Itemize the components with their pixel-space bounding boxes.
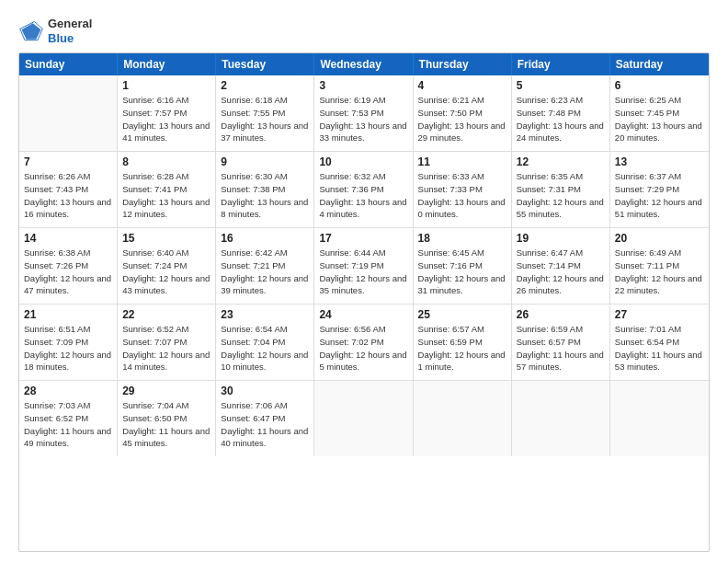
day-info: Sunrise: 6:56 AM Sunset: 7:02 PM Dayligh…	[319, 323, 407, 373]
day-number: 19	[517, 232, 605, 245]
day-number: 6	[615, 79, 704, 92]
logo-text: General Blue	[48, 17, 92, 45]
calendar-cell: 7Sunrise: 6:26 AM Sunset: 7:43 PM Daylig…	[19, 152, 118, 227]
day-info: Sunrise: 6:42 AM Sunset: 7:21 PM Dayligh…	[221, 247, 309, 297]
calendar-cell: 1Sunrise: 6:16 AM Sunset: 7:57 PM Daylig…	[118, 75, 216, 151]
day-info: Sunrise: 6:54 AM Sunset: 7:04 PM Dayligh…	[221, 323, 309, 373]
day-number: 9	[221, 155, 309, 168]
calendar-cell: 16Sunrise: 6:42 AM Sunset: 7:21 PM Dayli…	[216, 228, 314, 304]
day-number: 1	[122, 79, 210, 92]
weekday-header: Tuesday	[216, 53, 314, 75]
calendar-cell: 27Sunrise: 7:01 AM Sunset: 6:54 PM Dayli…	[610, 304, 709, 380]
calendar-cell	[19, 75, 118, 151]
calendar-cell: 14Sunrise: 6:38 AM Sunset: 7:26 PM Dayli…	[19, 228, 118, 304]
calendar-cell: 4Sunrise: 6:21 AM Sunset: 7:50 PM Daylig…	[414, 75, 512, 151]
day-number: 4	[418, 79, 506, 92]
day-info: Sunrise: 6:40 AM Sunset: 7:24 PM Dayligh…	[122, 247, 210, 297]
day-number: 17	[319, 232, 407, 245]
calendar-cell: 18Sunrise: 6:45 AM Sunset: 7:16 PM Dayli…	[414, 228, 512, 304]
day-number: 13	[615, 155, 704, 168]
day-number: 27	[615, 308, 704, 321]
day-info: Sunrise: 6:35 AM Sunset: 7:31 PM Dayligh…	[517, 170, 605, 221]
calendar-cell: 13Sunrise: 6:37 AM Sunset: 7:29 PM Dayli…	[610, 152, 709, 227]
day-number: 30	[221, 385, 309, 397]
day-number: 3	[319, 79, 407, 92]
weekday-header: Wednesday	[314, 53, 413, 75]
calendar-cell: 5Sunrise: 6:23 AM Sunset: 7:48 PM Daylig…	[512, 75, 610, 151]
calendar-cell: 15Sunrise: 6:40 AM Sunset: 7:24 PM Dayli…	[118, 228, 216, 304]
calendar-body: 1Sunrise: 6:16 AM Sunset: 7:57 PM Daylig…	[19, 75, 709, 456]
day-number: 8	[122, 155, 210, 168]
day-info: Sunrise: 6:18 AM Sunset: 7:55 PM Dayligh…	[221, 94, 309, 144]
day-info: Sunrise: 6:23 AM Sunset: 7:48 PM Dayligh…	[517, 94, 605, 144]
day-info: Sunrise: 6:21 AM Sunset: 7:50 PM Dayligh…	[418, 94, 506, 144]
day-info: Sunrise: 6:38 AM Sunset: 7:26 PM Dayligh…	[24, 247, 112, 297]
calendar-cell: 10Sunrise: 6:32 AM Sunset: 7:36 PM Dayli…	[314, 152, 413, 227]
calendar-cell	[512, 381, 610, 456]
calendar-cell: 28Sunrise: 7:03 AM Sunset: 6:52 PM Dayli…	[19, 381, 118, 456]
calendar-cell: 23Sunrise: 6:54 AM Sunset: 7:04 PM Dayli…	[216, 304, 314, 380]
day-number: 20	[615, 232, 704, 245]
day-info: Sunrise: 7:03 AM Sunset: 6:52 PM Dayligh…	[24, 399, 112, 450]
calendar-cell: 11Sunrise: 6:33 AM Sunset: 7:33 PM Dayli…	[414, 152, 512, 227]
calendar-cell	[314, 381, 413, 456]
day-number: 12	[517, 155, 605, 168]
day-info: Sunrise: 6:47 AM Sunset: 7:14 PM Dayligh…	[517, 247, 605, 297]
day-info: Sunrise: 6:52 AM Sunset: 7:07 PM Dayligh…	[122, 323, 210, 373]
calendar-cell	[414, 381, 512, 456]
day-info: Sunrise: 6:32 AM Sunset: 7:36 PM Dayligh…	[319, 170, 407, 221]
calendar-cell: 30Sunrise: 7:06 AM Sunset: 6:47 PM Dayli…	[216, 381, 314, 456]
calendar-cell: 21Sunrise: 6:51 AM Sunset: 7:09 PM Dayli…	[19, 304, 118, 380]
day-info: Sunrise: 6:59 AM Sunset: 6:57 PM Dayligh…	[517, 323, 605, 373]
weekday-header: Sunday	[19, 53, 118, 75]
page: General Blue SundayMondayTuesdayWednesda…	[0, 0, 728, 563]
calendar-cell: 9Sunrise: 6:30 AM Sunset: 7:38 PM Daylig…	[216, 152, 314, 227]
day-info: Sunrise: 6:16 AM Sunset: 7:57 PM Dayligh…	[122, 94, 210, 144]
day-number: 21	[24, 308, 112, 321]
calendar-cell: 6Sunrise: 6:25 AM Sunset: 7:45 PM Daylig…	[610, 75, 709, 151]
calendar-cell: 12Sunrise: 6:35 AM Sunset: 7:31 PM Dayli…	[512, 152, 610, 227]
logo-icon	[18, 18, 44, 44]
calendar-cell: 8Sunrise: 6:28 AM Sunset: 7:41 PM Daylig…	[118, 152, 216, 227]
day-info: Sunrise: 6:45 AM Sunset: 7:16 PM Dayligh…	[418, 247, 506, 297]
day-number: 5	[517, 79, 605, 92]
day-info: Sunrise: 6:51 AM Sunset: 7:09 PM Dayligh…	[24, 323, 112, 373]
logo: General Blue	[18, 17, 92, 45]
calendar-cell: 22Sunrise: 6:52 AM Sunset: 7:07 PM Dayli…	[118, 304, 216, 380]
calendar-cell: 20Sunrise: 6:49 AM Sunset: 7:11 PM Dayli…	[610, 228, 709, 304]
day-info: Sunrise: 6:25 AM Sunset: 7:45 PM Dayligh…	[615, 94, 704, 144]
day-number: 16	[221, 232, 309, 245]
svg-marker-1	[22, 23, 41, 40]
header: General Blue	[18, 17, 710, 45]
calendar-cell: 3Sunrise: 6:19 AM Sunset: 7:53 PM Daylig…	[314, 75, 413, 151]
calendar-cell	[610, 381, 709, 456]
day-number: 28	[24, 385, 112, 397]
day-info: Sunrise: 6:33 AM Sunset: 7:33 PM Dayligh…	[418, 170, 506, 221]
day-info: Sunrise: 6:37 AM Sunset: 7:29 PM Dayligh…	[615, 170, 704, 221]
calendar-cell: 29Sunrise: 7:04 AM Sunset: 6:50 PM Dayli…	[118, 381, 216, 456]
calendar-row: 21Sunrise: 6:51 AM Sunset: 7:09 PM Dayli…	[19, 304, 709, 381]
calendar-cell: 24Sunrise: 6:56 AM Sunset: 7:02 PM Dayli…	[314, 304, 413, 380]
day-number: 2	[221, 79, 309, 92]
calendar-row: 7Sunrise: 6:26 AM Sunset: 7:43 PM Daylig…	[19, 152, 709, 228]
day-info: Sunrise: 6:57 AM Sunset: 6:59 PM Dayligh…	[418, 323, 506, 373]
day-number: 15	[122, 232, 210, 245]
calendar-row: 14Sunrise: 6:38 AM Sunset: 7:26 PM Dayli…	[19, 228, 709, 304]
calendar-header: SundayMondayTuesdayWednesdayThursdayFrid…	[19, 53, 709, 75]
day-number: 18	[418, 232, 506, 245]
day-info: Sunrise: 6:26 AM Sunset: 7:43 PM Dayligh…	[24, 170, 112, 221]
day-number: 22	[122, 308, 210, 321]
day-info: Sunrise: 6:30 AM Sunset: 7:38 PM Dayligh…	[221, 170, 309, 221]
day-number: 23	[221, 308, 309, 321]
weekday-header: Monday	[118, 53, 216, 75]
calendar-cell: 2Sunrise: 6:18 AM Sunset: 7:55 PM Daylig…	[216, 75, 314, 151]
day-number: 26	[517, 308, 605, 321]
day-number: 24	[319, 308, 407, 321]
day-info: Sunrise: 6:49 AM Sunset: 7:11 PM Dayligh…	[615, 247, 704, 297]
calendar-cell: 25Sunrise: 6:57 AM Sunset: 6:59 PM Dayli…	[414, 304, 512, 380]
weekday-header: Thursday	[414, 53, 512, 75]
day-info: Sunrise: 6:28 AM Sunset: 7:41 PM Dayligh…	[122, 170, 210, 221]
calendar-row: 28Sunrise: 7:03 AM Sunset: 6:52 PM Dayli…	[19, 381, 709, 456]
day-info: Sunrise: 6:44 AM Sunset: 7:19 PM Dayligh…	[319, 247, 407, 297]
weekday-header: Friday	[512, 53, 610, 75]
